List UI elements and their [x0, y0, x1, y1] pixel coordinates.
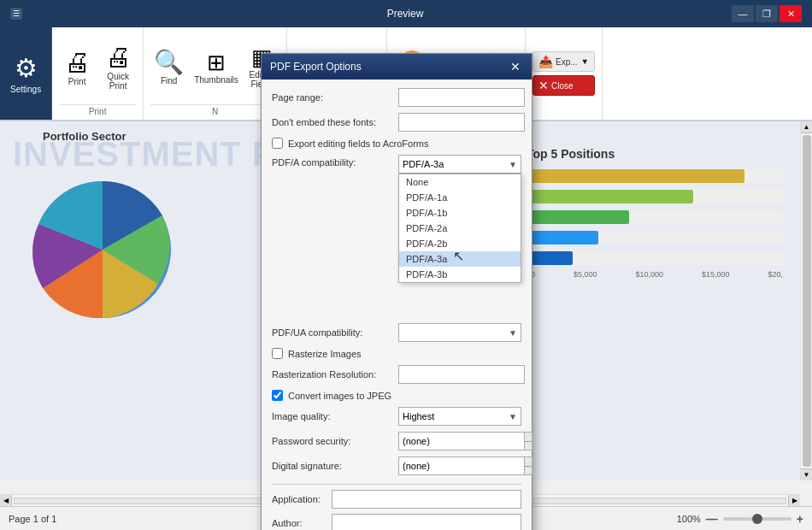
pdfa-select[interactable]: PDF/A-3a ▼: [398, 155, 521, 174]
dialog-overlay: PDF Export Options ✕ Page range: Don't e…: [0, 0, 812, 530]
divider: [272, 484, 521, 485]
pdfa-label: PDF/A compatibility:: [272, 155, 398, 168]
dont-embed-input[interactable]: [398, 113, 525, 132]
digital-signature-input[interactable]: [398, 456, 525, 475]
pdfa-selected-value: PDF/A-3a: [403, 159, 444, 169]
convert-jpeg-label: Convert images to JPEG: [288, 391, 391, 401]
acroforms-checkbox[interactable]: [272, 138, 283, 149]
dialog-close-button[interactable]: ✕: [508, 59, 523, 74]
application-input[interactable]: [332, 490, 521, 509]
author-label: Author:: [272, 518, 332, 528]
dialog-title: PDF Export Options: [270, 61, 362, 73]
rasterize-label: Rasterize Images: [288, 349, 362, 359]
author-row: Author:: [272, 514, 521, 530]
dialog-titlebar: PDF Export Options ✕: [262, 54, 532, 80]
digital-signature-row: Digital signature: ···: [272, 456, 521, 475]
pdfa-option-3b[interactable]: PDF/A-3b: [399, 267, 521, 282]
pdfa-option-3a[interactable]: PDF/A-3a: [399, 251, 521, 267]
convert-jpeg-row: Convert images to JPEG: [272, 390, 521, 401]
pdfa-option-2a[interactable]: PDF/A-2a: [399, 221, 521, 236]
pdfa-option-1a[interactable]: PDF/A-1a: [399, 190, 521, 205]
pdf-export-dialog: PDF Export Options ✕ Page range: Don't e…: [261, 53, 533, 530]
pdfa-option-2b[interactable]: PDF/A-2b: [399, 236, 521, 251]
pdfa-option-1b[interactable]: PDF/A-1b: [399, 205, 521, 221]
pdfua-dropdown[interactable]: ▼: [398, 323, 521, 342]
raster-res-row: Rasterization Resolution:: [272, 365, 521, 384]
rasterize-row: Rasterize Images: [272, 348, 521, 359]
raster-res-label: Rasterization Resolution:: [272, 369, 398, 380]
pdfa-arrow-icon: ▼: [509, 160, 517, 169]
image-quality-arrow: ▼: [509, 412, 517, 421]
application-label: Application:: [272, 494, 332, 504]
pdfa-option-none[interactable]: None: [399, 174, 521, 190]
page-range-input[interactable]: [398, 88, 525, 107]
application-row: Application:: [272, 490, 521, 509]
image-quality-row: Image quality: Highest ▼: [272, 407, 521, 426]
page-range-row: Page range:: [272, 88, 521, 107]
image-quality-dropdown[interactable]: Highest ▼: [398, 407, 521, 426]
acroforms-label: Export editing fields to AcroForms: [288, 138, 428, 149]
rasterize-checkbox[interactable]: [272, 348, 283, 359]
password-security-row: Password security: ···: [272, 432, 521, 450]
page-range-label: Page range:: [272, 92, 398, 103]
digital-signature-ellipsis[interactable]: ···: [525, 456, 533, 475]
image-quality-label: Image quality:: [272, 411, 398, 421]
convert-jpeg-checkbox[interactable]: [272, 390, 283, 401]
password-security-label: Password security:: [272, 436, 398, 446]
pdfa-dropdown-container[interactable]: PDF/A-3a ▼ None PDF/A-1a PDF/A-1b PDF/A-…: [398, 155, 521, 174]
author-input[interactable]: [332, 514, 521, 530]
password-security-input[interactable]: [398, 432, 525, 450]
pdfa-dropdown-list[interactable]: None PDF/A-1a PDF/A-1b PDF/A-2a PDF/A-2b…: [398, 174, 521, 283]
pdfua-row: PDF/UA compatibility: ▼: [272, 323, 521, 342]
password-security-ellipsis[interactable]: ···: [525, 432, 533, 450]
pdfua-arrow-icon: ▼: [509, 328, 517, 338]
raster-res-input[interactable]: [398, 365, 525, 384]
image-quality-value: Highest: [403, 411, 509, 421]
pdfua-label: PDF/UA compatibility:: [272, 327, 398, 338]
pdfa-row: PDF/A compatibility: PDF/A-3a ▼ None PDF…: [272, 155, 521, 174]
dont-embed-label: Don't embed these fonts:: [272, 117, 398, 127]
dialog-body: Page range: Don't embed these fonts: Exp…: [262, 80, 532, 530]
digital-signature-label: Digital signature:: [272, 461, 398, 471]
dont-embed-row: Don't embed these fonts:: [272, 113, 521, 132]
acroforms-row: Export editing fields to AcroForms: [272, 138, 521, 149]
